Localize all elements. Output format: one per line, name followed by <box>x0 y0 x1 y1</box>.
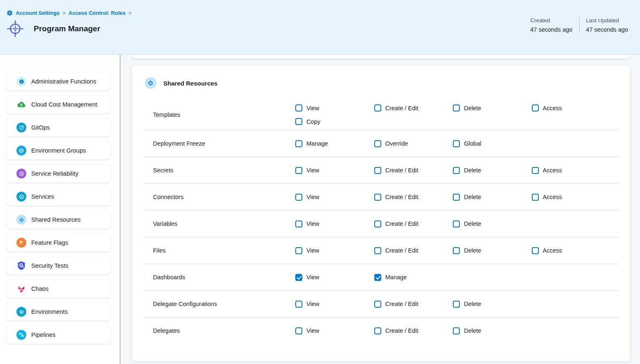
checkbox-secrets-delete[interactable]: Delete <box>453 167 532 174</box>
sidebar-item-shared-resources[interactable]: Shared Resources <box>7 211 110 229</box>
permission-row-files: FilesViewCreate / EditDeleteAccess <box>144 237 619 264</box>
checkbox-templates-delete[interactable]: Delete <box>453 104 532 111</box>
checkbox-connectors-delete[interactable]: Delete <box>453 194 532 201</box>
shared-resources-icon <box>16 215 26 225</box>
checkbox-variables-delete[interactable]: Delete <box>453 220 532 227</box>
resource-label: Templates <box>144 111 295 118</box>
permission-options: ViewCreate / EditDelete <box>295 327 619 334</box>
checkbox[interactable] <box>295 247 302 254</box>
permission-options: ManageOverrideGlobal <box>295 140 619 147</box>
checkbox-connectors-view[interactable]: View <box>295 194 374 201</box>
checkbox[interactable] <box>453 194 460 201</box>
checkbox-secrets-create-edit[interactable]: Create / Edit <box>374 167 453 174</box>
checkbox[interactable] <box>374 167 381 174</box>
checkbox[interactable] <box>453 301 460 308</box>
checkbox-label: View <box>306 220 319 227</box>
checkbox[interactable] <box>374 327 381 334</box>
chaos-icon <box>16 284 26 294</box>
checkbox-secrets-view[interactable]: View <box>295 167 374 174</box>
checkbox[interactable] <box>295 274 302 281</box>
sidebar-item-environments[interactable]: Environments <box>7 303 110 321</box>
checkbox-deployment-freeze-manage[interactable]: Manage <box>295 140 374 147</box>
checkbox[interactable] <box>453 327 460 334</box>
checkbox[interactable] <box>374 220 381 227</box>
checkbox-label: Create / Edit <box>385 167 419 174</box>
checkbox-dashboards-manage[interactable]: Manage <box>374 274 453 281</box>
checkbox[interactable] <box>374 104 381 111</box>
sidebar-item-administrative-functions[interactable]: Administrative Functions <box>7 72 110 90</box>
checkbox-label: Copy <box>306 118 320 125</box>
checkbox[interactable] <box>374 194 381 201</box>
environments-icon <box>16 307 26 317</box>
checkbox[interactable] <box>295 220 302 227</box>
checkbox[interactable] <box>374 140 381 147</box>
checkbox[interactable] <box>295 167 302 174</box>
checkbox-variables-create-edit[interactable]: Create / Edit <box>374 220 453 227</box>
checkbox-delegate-configurations-create-edit[interactable]: Create / Edit <box>374 301 453 308</box>
sidebar-item-feature-flags[interactable]: Feature Flags <box>7 234 110 252</box>
permission-options: ViewManage <box>295 274 619 281</box>
checkbox-variables-view[interactable]: View <box>295 220 374 227</box>
checkbox-deployment-freeze-global[interactable]: Global <box>453 140 532 147</box>
checkbox[interactable] <box>295 194 302 201</box>
checkbox-label: Delete <box>464 194 481 200</box>
sidebar-item-environment-groups[interactable]: Environment Groups <box>7 141 110 160</box>
checkbox-connectors-create-edit[interactable]: Create / Edit <box>374 194 453 201</box>
environment-groups-icon <box>16 146 26 155</box>
sidebar-item-chaos[interactable]: Chaos <box>7 280 110 298</box>
checkbox[interactable] <box>453 167 460 174</box>
checkbox[interactable] <box>532 104 539 111</box>
role-crosshair-icon <box>6 19 25 38</box>
checkbox[interactable] <box>295 301 302 308</box>
checkbox[interactable] <box>532 247 539 254</box>
checkbox[interactable] <box>453 220 460 227</box>
checkbox-delegates-delete[interactable]: Delete <box>453 327 532 334</box>
checkbox-templates-copy[interactable]: Copy <box>295 118 374 125</box>
checkbox-files-access[interactable]: Access <box>532 247 611 254</box>
checkbox-files-view[interactable]: View <box>295 247 374 254</box>
checkbox-delegates-create-edit[interactable]: Create / Edit <box>374 327 453 334</box>
checkbox[interactable] <box>374 247 381 254</box>
checkbox-files-create-edit[interactable]: Create / Edit <box>374 247 453 254</box>
checkbox-delegate-configurations-delete[interactable]: Delete <box>453 301 532 308</box>
created-value: 47 seconds ago <box>530 26 572 33</box>
sidebar-item-service-reliability[interactable]: Service Reliability <box>7 165 110 183</box>
breadcrumb: Account Settings > Access Control: Roles… <box>7 10 640 16</box>
checkbox[interactable] <box>532 194 539 201</box>
checkbox-delegates-view[interactable]: View <box>295 327 374 334</box>
sidebar-item-label: Shared Resources <box>31 216 81 223</box>
checkbox-secrets-access[interactable]: Access <box>532 167 611 174</box>
checkbox[interactable] <box>453 247 460 254</box>
checkbox-templates-create-edit[interactable]: Create / Edit <box>374 104 453 111</box>
sidebar-item-services[interactable]: Services <box>7 188 110 206</box>
checkbox-connectors-access[interactable]: Access <box>532 194 611 201</box>
permission-row-secrets: SecretsViewCreate / EditDeleteAccess <box>144 157 619 183</box>
sidebar-item-label: Cloud Cost Management <box>31 101 97 108</box>
breadcrumb-access-control-roles[interactable]: Access Control: Roles <box>69 10 126 16</box>
checkbox[interactable] <box>295 140 302 147</box>
checkbox[interactable] <box>374 301 381 308</box>
checkbox[interactable] <box>532 167 539 174</box>
sidebar-item-cloud-cost-management[interactable]: $Cloud Cost Management <box>7 95 110 114</box>
sidebar-item-label: Administrative Functions <box>31 78 96 85</box>
checkbox-delegate-configurations-view[interactable]: View <box>295 301 374 308</box>
checkbox-files-delete[interactable]: Delete <box>453 247 532 254</box>
checkbox[interactable] <box>453 140 460 147</box>
breadcrumb-account-settings[interactable]: Account Settings <box>16 10 60 16</box>
checkbox-label: Manage <box>385 274 407 281</box>
previous-section-card-edge <box>132 55 630 58</box>
sidebar-item-pipelines[interactable]: Pipelines <box>7 326 110 344</box>
checkbox[interactable] <box>295 104 302 111</box>
sidebar-item-gitops[interactable]: GitOps <box>7 118 110 137</box>
sidebar-item-security-tests[interactable]: Security Tests <box>7 257 110 275</box>
checkbox-dashboards-view[interactable]: View <box>295 274 374 281</box>
checkbox[interactable] <box>295 118 302 125</box>
checkbox-deployment-freeze-override[interactable]: Override <box>374 140 453 147</box>
sidebar-item-label: Chaos <box>31 285 49 292</box>
checkbox-templates-access[interactable]: Access <box>532 104 611 111</box>
checkbox[interactable] <box>453 104 460 111</box>
checkbox-templates-view[interactable]: View <box>295 104 374 111</box>
checkbox[interactable] <box>374 274 381 281</box>
checkbox[interactable] <box>295 327 302 334</box>
pipelines-icon <box>16 330 26 340</box>
